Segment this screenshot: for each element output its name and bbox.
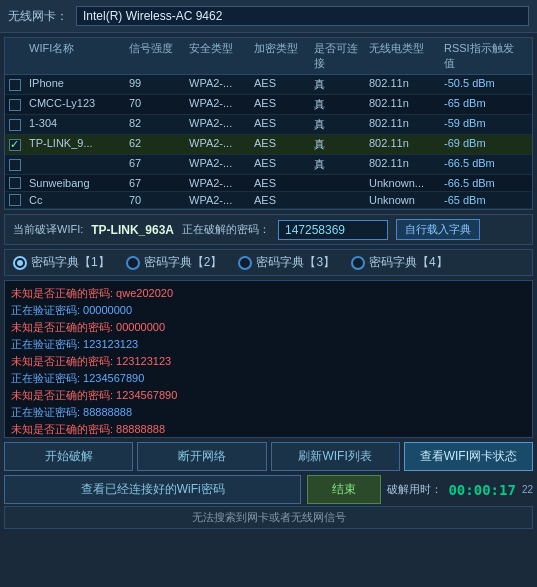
log-line: 未知是否正确的密码: qwe202020	[11, 285, 526, 302]
dict-option-1[interactable]: 密码字典【1】	[13, 254, 110, 271]
log-line: 未知是否正确的密码: 123123123	[11, 353, 526, 370]
row-checkbox[interactable]	[7, 194, 27, 206]
table-header: WIFI名称 信号强度 安全类型 加密类型 是否可连接 无线电类型 RSSI指示…	[5, 38, 532, 75]
row-encrypt: AES	[252, 194, 312, 206]
row-rssi: -66.5 dBm	[442, 157, 522, 172]
row-name	[27, 157, 127, 172]
log-line: 正在验证密码: 1234567890	[11, 370, 526, 387]
start-crack-button[interactable]: 开始破解	[4, 442, 133, 471]
log-line: 未知是否正确的密码: 00000000	[11, 319, 526, 336]
radio-circle-icon	[238, 256, 252, 270]
row-radio: 802.11n	[367, 117, 442, 132]
no-signal-text: 无法搜索到网卡或者无线网信号	[192, 511, 346, 523]
no-signal-bar: 无法搜索到网卡或者无线网信号	[4, 506, 533, 529]
log-line: 未知是否正确的密码: 1234567890	[11, 387, 526, 404]
cracking-pwd-input[interactable]	[278, 220, 388, 240]
log-line: 正在验证密码: 88888888	[11, 404, 526, 421]
bottom-row: 查看已经连接好的WiFi密码 结束 破解用时： 00:00:17 22	[4, 475, 533, 504]
col-rssi: RSSI指示触发值	[442, 41, 522, 71]
check-saved-pwd-button[interactable]: 查看已经连接好的WiFi密码	[4, 475, 301, 504]
checkbox-icon[interactable]	[9, 194, 21, 206]
crack-timer: 00:00:17	[448, 482, 515, 498]
table-row[interactable]: 67 WPA2-... AES 真 802.11n -66.5 dBm	[5, 155, 532, 175]
dict-options-row: 密码字典【1】 密码字典【2】 密码字典【3】 密码字典【4】	[4, 249, 533, 276]
row-checkbox[interactable]	[7, 77, 27, 92]
dict-option-4[interactable]: 密码字典【4】	[351, 254, 448, 271]
row-encrypt: AES	[252, 117, 312, 132]
checkbox-icon[interactable]	[9, 119, 21, 131]
row-security: WPA2-...	[187, 117, 252, 132]
row-rssi: -65 dBm	[442, 97, 522, 112]
row-rssi: -50.5 dBm	[442, 77, 522, 92]
row-signal: 62	[127, 137, 187, 152]
dict-option-2[interactable]: 密码字典【2】	[126, 254, 223, 271]
col-encrypt: 加密类型	[252, 41, 312, 71]
crack-timer-label: 破解用时：	[387, 482, 442, 497]
refresh-wifi-button[interactable]: 刷新WIFI列表	[271, 442, 400, 471]
row-rssi: -65 dBm	[442, 194, 522, 206]
row-security: WPA2-...	[187, 77, 252, 92]
row-signal: 67	[127, 177, 187, 189]
checkbox-icon[interactable]	[9, 99, 21, 111]
row-security: WPA2-...	[187, 157, 252, 172]
row-rssi: -59 dBm	[442, 117, 522, 132]
row-connectable: 真	[312, 97, 367, 112]
col-connectable: 是否可连接	[312, 41, 367, 71]
table-row[interactable]: IPhone 99 WPA2-... AES 真 802.11n -50.5 d…	[5, 75, 532, 95]
row-signal: 70	[127, 194, 187, 206]
radio-label: 密码字典【4】	[369, 254, 448, 271]
row-security: WPA2-...	[187, 177, 252, 189]
log-line: 未知是否正确的密码: 88888888	[11, 421, 526, 438]
row-connectable: 真	[312, 77, 367, 92]
row-security: WPA2-...	[187, 137, 252, 152]
row-encrypt: AES	[252, 97, 312, 112]
table-row[interactable]: CMCC-Ly123 70 WPA2-... AES 真 802.11n -65…	[5, 95, 532, 115]
checkbox-icon[interactable]	[9, 177, 21, 189]
row-checkbox[interactable]	[7, 157, 27, 172]
cracking-pwd-label: 正在破解的密码：	[182, 222, 270, 237]
wifi-status-button[interactable]: 查看WIFI网卡状态	[404, 442, 533, 471]
table-row[interactable]: TP-LINK_9... 62 WPA2-... AES 真 802.11n -…	[5, 135, 532, 155]
row-security: WPA2-...	[187, 194, 252, 206]
row-connectable: 真	[312, 157, 367, 172]
radio-circle-icon	[13, 256, 27, 270]
radio-circle-icon	[126, 256, 140, 270]
row-checkbox[interactable]	[7, 97, 27, 112]
row-radio: Unknown	[367, 194, 442, 206]
table-row[interactable]: Sunweibang 67 WPA2-... AES Unknown... -6…	[5, 175, 532, 192]
row-encrypt: AES	[252, 137, 312, 152]
wifi-table: WIFI名称 信号强度 安全类型 加密类型 是否可连接 无线电类型 RSSI指示…	[4, 37, 533, 210]
disconnect-network-button[interactable]: 断开网络	[137, 442, 266, 471]
row-connectable	[312, 194, 367, 206]
topbar-value: Intel(R) Wireless-AC 9462	[76, 6, 529, 26]
row-checkbox[interactable]	[7, 117, 27, 132]
row-name: CMCC-Ly123	[27, 97, 127, 112]
button-row-1: 开始破解 断开网络 刷新WIFI列表 查看WIFI网卡状态	[4, 442, 533, 471]
table-row[interactable]: 1-304 82 WPA2-... AES 真 802.11n -59 dBm	[5, 115, 532, 135]
log-line: 正在验证密码: 00000000	[11, 302, 526, 319]
row-signal: 70	[127, 97, 187, 112]
row-name: IPhone	[27, 77, 127, 92]
row-radio: 802.11n	[367, 77, 442, 92]
checkbox-icon[interactable]	[9, 159, 21, 171]
radio-label: 密码字典【1】	[31, 254, 110, 271]
end-button[interactable]: 结束	[307, 475, 381, 504]
checkbox-icon[interactable]	[9, 79, 21, 91]
row-signal: 67	[127, 157, 187, 172]
row-checkbox[interactable]	[7, 137, 27, 152]
row-checkbox[interactable]	[7, 177, 27, 189]
table-row[interactable]: Cc 70 WPA2-... AES Unknown -65 dBm	[5, 192, 532, 209]
row-security: WPA2-...	[187, 97, 252, 112]
load-dict-button[interactable]: 自行载入字典	[396, 219, 480, 240]
row-encrypt: AES	[252, 177, 312, 189]
checkbox-icon[interactable]	[9, 139, 21, 151]
row-radio: Unknown...	[367, 177, 442, 189]
row-connectable: 真	[312, 117, 367, 132]
current-wifi-label: 当前破译WIFI:	[13, 222, 83, 237]
row-name: Sunweibang	[27, 177, 127, 189]
row-connectable: 真	[312, 137, 367, 152]
dict-option-3[interactable]: 密码字典【3】	[238, 254, 335, 271]
row-signal: 82	[127, 117, 187, 132]
row-radio: 802.11n	[367, 97, 442, 112]
row-name: TP-LINK_9...	[27, 137, 127, 152]
